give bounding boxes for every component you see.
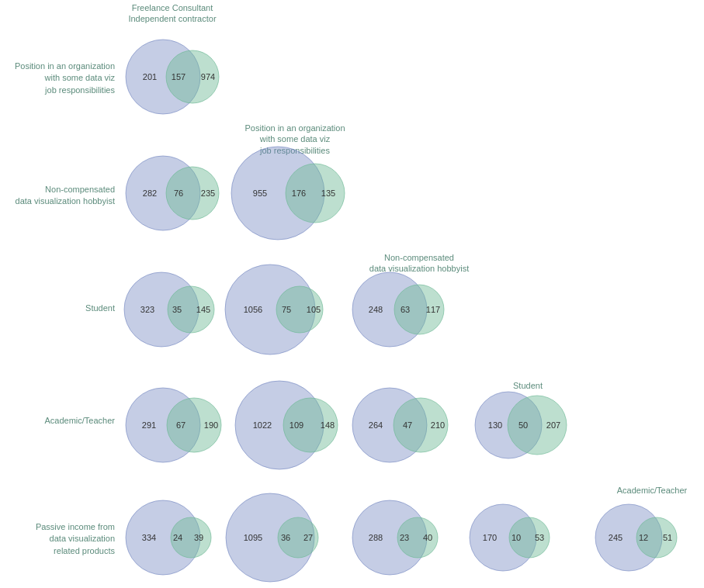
- svg-text:135: 135: [321, 189, 335, 198]
- svg-text:51: 51: [663, 533, 672, 542]
- svg-text:288: 288: [369, 533, 383, 542]
- svg-text:974: 974: [201, 72, 215, 81]
- svg-text:334: 334: [142, 533, 156, 542]
- svg-text:145: 145: [196, 305, 210, 314]
- svg-text:291: 291: [142, 420, 156, 430]
- svg-text:235: 235: [201, 189, 215, 198]
- svg-text:282: 282: [143, 189, 157, 198]
- svg-text:955: 955: [253, 189, 267, 198]
- svg-text:1022: 1022: [253, 420, 272, 430]
- svg-text:157: 157: [172, 72, 186, 81]
- svg-text:176: 176: [292, 189, 306, 198]
- svg-text:148: 148: [321, 420, 335, 430]
- svg-text:109: 109: [290, 420, 303, 430]
- svg-text:50: 50: [518, 420, 528, 430]
- svg-text:76: 76: [174, 189, 183, 198]
- svg-text:47: 47: [403, 420, 412, 430]
- svg-text:24: 24: [173, 533, 182, 542]
- svg-text:248: 248: [369, 305, 383, 314]
- svg-text:36: 36: [281, 533, 290, 542]
- chart-container: Freelance ConsultantIndependent contract…: [0, 0, 704, 588]
- svg-text:170: 170: [483, 533, 497, 542]
- svg-text:323: 323: [140, 305, 154, 314]
- svg-text:63: 63: [401, 305, 410, 314]
- svg-text:1095: 1095: [244, 533, 262, 542]
- svg-text:210: 210: [431, 420, 445, 430]
- svg-text:39: 39: [194, 533, 203, 542]
- svg-text:190: 190: [204, 420, 218, 430]
- svg-text:117: 117: [426, 305, 440, 314]
- svg-text:264: 264: [369, 420, 383, 430]
- svg-text:10: 10: [512, 533, 521, 542]
- svg-text:40: 40: [423, 533, 432, 542]
- svg-text:53: 53: [535, 533, 544, 542]
- svg-text:67: 67: [176, 420, 186, 430]
- svg-text:1056: 1056: [244, 305, 262, 314]
- svg-text:75: 75: [282, 305, 291, 314]
- svg-text:201: 201: [143, 72, 157, 81]
- svg-text:207: 207: [546, 420, 560, 430]
- svg-text:130: 130: [488, 420, 502, 430]
- svg-text:27: 27: [303, 533, 313, 542]
- venn-svg: .circle-blue { fill: rgba(110, 130, 190,…: [0, 0, 704, 588]
- svg-text:245: 245: [609, 533, 623, 542]
- svg-text:23: 23: [400, 533, 409, 542]
- svg-text:12: 12: [639, 533, 648, 542]
- svg-text:105: 105: [307, 305, 321, 314]
- svg-text:35: 35: [172, 305, 182, 314]
